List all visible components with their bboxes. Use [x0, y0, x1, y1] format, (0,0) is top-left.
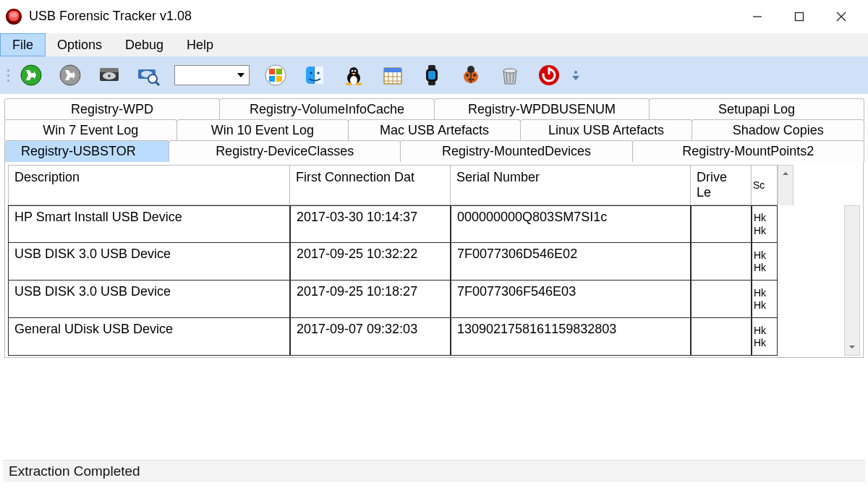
vertical-scrollbar[interactable]	[778, 165, 793, 205]
col-first-connection[interactable]: First Connection Dat	[290, 165, 451, 205]
cell-drive	[691, 281, 752, 318]
tab-registry-mountpoints2[interactable]: Registry-MountPoints2	[632, 140, 864, 162]
cell-source: HkHk	[752, 205, 778, 243]
svg-point-14	[265, 65, 286, 85]
cell-drive	[691, 243, 752, 281]
cell-source: HkHk	[752, 281, 778, 318]
tab-setupapi-log[interactable]: Setupapi Log	[649, 98, 864, 120]
col-serial-number[interactable]: Serial Number	[451, 165, 691, 205]
tab-registry-mounteddevices[interactable]: Registry-MountedDevices	[400, 140, 632, 162]
svg-point-8	[108, 74, 111, 77]
svg-point-17	[317, 72, 319, 74]
col-drive-letter[interactable]: Drive Le	[691, 165, 752, 205]
table-row[interactable]: USB DISK 3.0 USB Device 2017-09-25 10:18…	[8, 281, 844, 318]
tab-registry-volumeinfocache[interactable]: Registry-VolumeInfoCache	[219, 98, 435, 120]
data-table: Description First Connection Dat Serial …	[8, 165, 860, 356]
toolbar	[0, 56, 868, 94]
svg-rect-35	[428, 71, 435, 80]
svg-point-24	[356, 82, 362, 85]
tab-registry-deviceclasses[interactable]: Registry-DeviceClasses	[169, 140, 401, 162]
svg-rect-26	[384, 68, 401, 72]
svg-point-39	[473, 74, 476, 77]
svg-point-40	[468, 78, 470, 80]
minimize-button[interactable]	[736, 0, 778, 33]
tab-registry-wpdbusenum[interactable]: Registry-WPDBUSENUM	[434, 98, 650, 120]
cell-drive	[691, 205, 752, 243]
cell-date: 2017-09-07 09:32:03	[290, 318, 451, 356]
menu-file[interactable]: File	[0, 33, 46, 56]
toolbar-grip[interactable]	[7, 69, 9, 82]
svg-point-23	[346, 82, 352, 85]
svg-line-13	[156, 82, 159, 85]
svg-point-43	[503, 69, 516, 73]
cell-date: 2017-09-25 10:18:27	[290, 281, 451, 318]
svg-point-21	[352, 70, 354, 72]
svg-rect-1	[796, 12, 804, 20]
cell-description: HP Smart Install USB Device	[8, 205, 290, 243]
tab-shadow-copies[interactable]: Shadow Copies	[692, 119, 864, 141]
table-row[interactable]: USB DISK 3.0 USB Device 2017-09-25 10:32…	[8, 243, 844, 281]
cell-serial: 7F0077306F546E03	[451, 281, 691, 318]
vertical-scrollbar[interactable]	[844, 205, 860, 356]
cell-serial: 7F0077306D546E02	[451, 243, 691, 281]
scroll-down-icon[interactable]	[845, 339, 859, 355]
cell-source: HkHk	[752, 318, 778, 356]
col-source[interactable]: Sc	[752, 165, 778, 205]
svg-point-41	[472, 78, 474, 80]
power-icon[interactable]	[536, 62, 562, 88]
svg-point-38	[466, 74, 469, 77]
cell-date: 2017-03-30 10:14:37	[290, 205, 451, 243]
svg-point-22	[354, 70, 357, 72]
tab-registry-usbstor[interactable]: Registry-USBSTOR	[4, 140, 169, 162]
run-grey-icon[interactable]	[57, 62, 83, 88]
tab-win10-event-log[interactable]: Win 10 Event Log	[176, 119, 349, 141]
col-description[interactable]: Description	[8, 165, 290, 205]
toolbar-overflow[interactable]	[572, 71, 579, 80]
menu-debug[interactable]: Debug	[114, 33, 175, 56]
cell-date: 2017-09-25 10:32:22	[290, 243, 451, 281]
tab-mac-usb-artefacts[interactable]: Mac USB Artefacts	[348, 119, 521, 141]
svg-point-16	[310, 72, 312, 74]
table-row[interactable]: HP Smart Install USB Device 2017-03-30 1…	[8, 205, 844, 243]
tab-registry-wpd[interactable]: Registry-WPD	[4, 98, 220, 120]
cell-serial: 000000000Q803SM7SI1c	[451, 205, 691, 243]
menu-help[interactable]: Help	[175, 33, 225, 56]
menu-options[interactable]: Options	[46, 33, 114, 56]
status-bar: Extraction Completed	[3, 460, 865, 482]
svg-rect-9	[100, 68, 119, 72]
cell-description: General UDisk USB Device	[8, 318, 290, 356]
chevron-down-icon	[237, 73, 244, 77]
watch-icon[interactable]	[419, 62, 445, 88]
trash-icon[interactable]	[497, 62, 523, 88]
scroll-up-icon[interactable]	[778, 166, 793, 181]
maximize-button[interactable]	[778, 0, 820, 33]
table-row[interactable]: General UDisk USB Device 2017-09-07 09:3…	[8, 318, 844, 356]
run-green-icon[interactable]	[18, 62, 44, 88]
titlebar: USB Forensic Tracker v1.08	[0, 0, 868, 33]
windows-logo-icon[interactable]	[263, 62, 289, 88]
table-header: Description First Connection Dat Serial …	[8, 165, 860, 205]
disk-icon[interactable]	[96, 62, 122, 88]
cell-description: USB DISK 3.0 USB Device	[8, 281, 290, 318]
linux-tux-icon[interactable]	[341, 62, 367, 88]
cell-drive	[691, 318, 752, 356]
menubar: File Options Debug Help	[0, 33, 868, 56]
tab-win7-event-log[interactable]: Win 7 Event Log	[4, 119, 177, 141]
bug-icon[interactable]	[458, 62, 484, 88]
tabs: Registry-WPD Registry-VolumeInfoCache Re…	[0, 94, 868, 358]
mac-finder-icon[interactable]	[302, 62, 328, 88]
cell-serial: 1309021758161159832803	[451, 318, 691, 356]
cell-source: HkHk	[752, 243, 778, 281]
toolbar-combo[interactable]	[174, 65, 250, 85]
close-button[interactable]	[820, 0, 862, 33]
calendar-icon[interactable]	[380, 62, 406, 88]
window-title: USB Forensic Tracker v1.08	[29, 9, 192, 24]
disk-magnify-icon[interactable]	[135, 62, 161, 88]
tab-linux-usb-artefacts[interactable]: Linux USB Artefacts	[520, 119, 693, 141]
app-icon	[6, 9, 22, 25]
cell-description: USB DISK 3.0 USB Device	[8, 243, 290, 281]
